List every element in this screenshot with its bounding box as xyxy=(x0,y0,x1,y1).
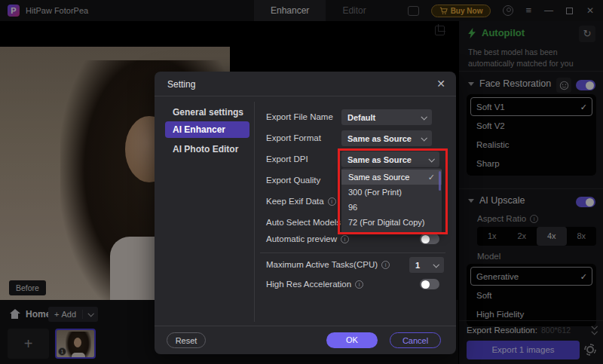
automatic-preview-toggle[interactable] xyxy=(420,234,439,244)
high-res-toggle[interactable] xyxy=(420,279,439,289)
info-icon: i xyxy=(355,280,363,289)
chevron-down-icon xyxy=(433,262,439,268)
max-tasks-label: Maximum Active Tasks(CPU)i xyxy=(266,257,390,272)
export-dpi-menu: Same as Source✓ 300 (For Print) 96 72 (F… xyxy=(341,168,442,234)
export-dpi-label: Export DPI xyxy=(266,151,308,167)
app-window: P HitPaw FotorPea Enhancer Editor Buy No… xyxy=(0,0,603,364)
export-file-name-label: Export File Name xyxy=(266,109,333,124)
export-format-label: Export Format xyxy=(266,130,321,145)
cancel-button[interactable]: Cancel xyxy=(390,332,441,348)
settings-dialog: Setting ✕ General settings AI Enhancer A… xyxy=(155,72,456,354)
dialog-title: Setting xyxy=(167,79,195,90)
info-icon: i xyxy=(328,197,336,206)
dpi-option[interactable]: 300 (For Print) xyxy=(341,185,442,200)
high-res-label: High Res Accelerationi xyxy=(266,277,363,292)
chevron-down-icon xyxy=(421,135,427,141)
info-icon: i xyxy=(381,261,390,269)
nav-ai-enhancer[interactable]: AI Enhancer xyxy=(165,121,249,138)
nav-general-settings[interactable]: General settings xyxy=(165,104,249,121)
info-icon: i xyxy=(341,235,349,243)
menu-scrollbar[interactable] xyxy=(439,171,441,191)
keep-exif-label: Keep Exif Datai xyxy=(266,194,336,209)
export-file-name-select[interactable]: Default xyxy=(341,109,432,125)
export-format-select[interactable]: Same as Source xyxy=(341,130,432,146)
chevron-down-icon xyxy=(428,156,434,162)
max-tasks-select[interactable]: 1 xyxy=(409,257,444,273)
auto-select-models-label: Auto Select Modelsi xyxy=(266,215,353,230)
dpi-option[interactable]: 96 xyxy=(341,200,442,215)
check-icon: ✓ xyxy=(428,170,435,185)
dpi-option[interactable]: Same as Source✓ xyxy=(341,170,442,185)
chevron-down-icon xyxy=(421,114,427,120)
export-quality-label: Export Quality xyxy=(266,173,320,188)
export-dpi-select[interactable]: Same as Source xyxy=(341,151,439,167)
dpi-option[interactable]: 72 (For Digital Copy) xyxy=(341,215,442,230)
nav-ai-photo-editor[interactable]: AI Photo Editor xyxy=(165,141,249,158)
dialog-close-icon[interactable]: ✕ xyxy=(436,78,445,90)
ok-button[interactable]: OK xyxy=(326,332,378,348)
reset-button[interactable]: Reset xyxy=(167,332,206,348)
automatic-preview-label: Automatic previewi xyxy=(266,231,349,246)
